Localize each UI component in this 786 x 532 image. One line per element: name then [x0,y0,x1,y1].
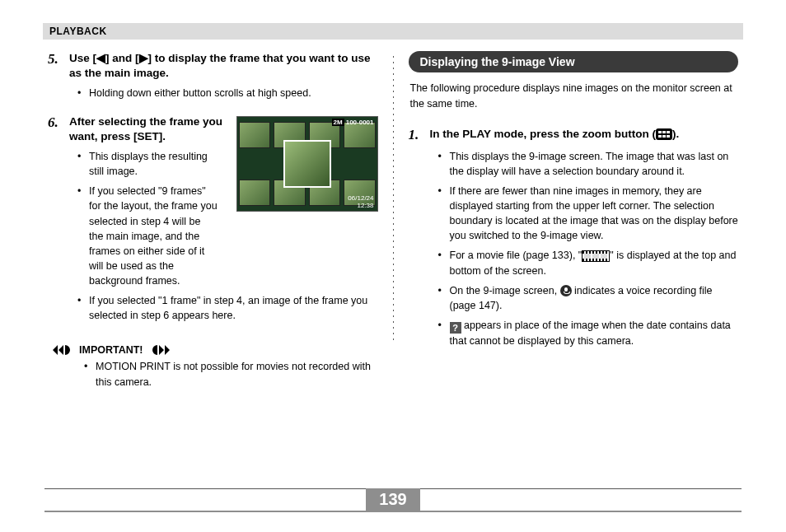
file-number: 100-0001 [346,119,374,126]
page-header: PLAYBACK [43,23,743,40]
bullet: If there are fewer than nine images in m… [438,184,739,244]
svg-rect-2 [662,131,666,133]
important-bullets: MOTION PRINT is not possible for movies … [48,359,378,389]
step-number: 6. [48,114,69,144]
step-5-bullets: Holding down either button scrolls at hi… [48,86,378,100]
step-heading: After selecting the frame you want, pres… [69,114,226,144]
preview-date: 06/12/24 [348,194,373,202]
right-column: Displaying the 9-image View The followin… [394,51,754,393]
left-column: 5. Use [◀] and [▶] to display the frame … [33,51,393,393]
bullet: MOTION PRINT is not possible for movies … [84,359,378,389]
svg-rect-5 [662,135,666,138]
zoom-out-grid-icon [656,128,672,144]
bullet: On the 9-image screen, indicates a voice… [438,283,739,313]
svg-rect-1 [658,131,662,133]
svg-rect-6 [667,135,670,138]
step-5: 5. Use [◀] and [▶] to display the frame … [48,51,378,81]
bullet: This displays the resulting still image. [77,149,218,179]
motion-print-preview: 2M100-0001 06/12/2412:38 [236,116,378,212]
step-1: 1. In the PLAY mode, press the zoom butt… [409,127,739,144]
microphone-icon [560,285,572,296]
step-number: 1. [409,127,430,144]
filmstrip-icon [582,250,610,262]
page-number: 139 [366,488,420,511]
section-intro: The following procedure displays nine im… [409,81,739,112]
step-1-bullets: This displays the 9-image screen. The im… [409,149,739,348]
important-deco-left-icon [148,345,170,355]
manual-page: PLAYBACK 5. Use [◀] and [▶] to display t… [0,0,786,532]
section-title-pill: Displaying the 9-image View [409,51,739,72]
unknown-file-icon: ? [450,322,461,334]
page-footer: 139 [33,488,753,512]
step-6: 6. After selecting the frame you want, p… [48,114,228,144]
bullet: If you selected "1 frame" in step 4, an … [77,293,378,323]
bullet: For a movie file (page 133), "" is displ… [438,248,739,278]
bullet: Holding down either button scrolls at hi… [77,86,378,100]
svg-rect-4 [658,135,662,138]
svg-rect-3 [667,131,670,133]
section-label: PLAYBACK [43,26,107,37]
size-badge: 2M [332,119,344,126]
important-label: IMPORTANT! [79,344,143,356]
step-number: 5. [48,51,69,81]
bullet: This displays the 9-image screen. The im… [438,149,739,179]
preview-time: 12:38 [357,202,373,209]
svg-rect-0 [656,128,672,140]
important-deco-right-icon [53,345,74,355]
bullet: If you selected "9 frames" for the layou… [77,184,218,288]
step-heading: In the PLAY mode, press the zoom button … [430,127,680,144]
step-heading: Use [◀] and [▶] to display the frame tha… [69,51,378,81]
two-column-layout: 5. Use [◀] and [▶] to display the frame … [33,51,753,393]
bullet: ? appears in place of the image when the… [438,318,739,348]
important-block: IMPORTANT! MOTION PRINT is not possible … [48,344,378,389]
